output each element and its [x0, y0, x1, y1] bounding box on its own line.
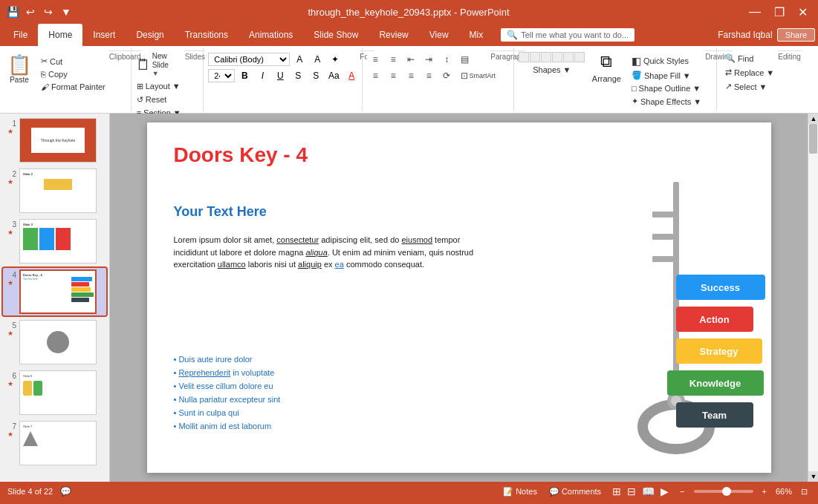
menu-tab-insert[interactable]: Insert	[82, 24, 126, 46]
menu-tab-slideshow[interactable]: Slide Show	[303, 24, 369, 46]
shape-item[interactable]	[530, 52, 540, 62]
quick-styles-button[interactable]: ◧ Quick Styles	[628, 53, 705, 68]
customize-icon[interactable]: ▼	[59, 5, 73, 19]
team-label[interactable]: Team	[676, 402, 753, 428]
shapes-button[interactable]: Shapes ▼	[529, 64, 574, 76]
format-painter-icon: 🖌	[41, 82, 49, 91]
shape-effects-button[interactable]: ✦ Shape Effects ▼	[628, 95, 705, 108]
quick-styles-icon: ◧	[632, 55, 641, 67]
shape-item[interactable]	[563, 52, 574, 62]
numbering-button[interactable]: ≡	[385, 52, 401, 67]
menu-tab-mix[interactable]: Mix	[459, 24, 494, 46]
slide-thumb-3[interactable]: 3 ★ Slide 3	[3, 217, 106, 265]
view-icons: ⊞ ⊟ 📖 ▶	[610, 485, 671, 498]
reset-button[interactable]: ↺ Reset	[133, 94, 171, 106]
slide-thumb-6[interactable]: 6 ★ Slide 6	[3, 369, 106, 416]
close-button[interactable]: ✕	[793, 4, 812, 21]
layout-button[interactable]: ⊞ Layout ▼	[133, 80, 184, 93]
knowledge-label[interactable]: Knowledge	[667, 370, 764, 396]
select-icon: ↗	[725, 82, 732, 91]
reading-view-icon[interactable]: 📖	[640, 485, 657, 498]
scrollbar-track[interactable]	[808, 124, 818, 471]
scroll-up-button[interactable]: ▲	[808, 114, 818, 124]
line-spacing-button[interactable]: ↕	[438, 52, 455, 67]
change-case-button[interactable]: Aa	[325, 68, 342, 83]
minimize-button[interactable]: —	[744, 4, 765, 20]
shape-item[interactable]	[541, 52, 551, 62]
undo-icon[interactable]: ↩	[24, 5, 37, 19]
restore-button[interactable]: ❐	[770, 4, 789, 21]
slide-thumb-7[interactable]: 7 ★ Slide 7	[3, 419, 106, 467]
decrease-font-button[interactable]: A	[291, 52, 308, 67]
slide-thumb-2[interactable]: 2 ★ Slide 2	[3, 167, 106, 215]
slide-thumb-5[interactable]: 5 ★	[3, 318, 106, 366]
select-button[interactable]: ↗ Select ▼	[721, 80, 778, 93]
shape-item[interactable]	[574, 52, 585, 62]
strategy-label[interactable]: Strategy	[676, 338, 762, 364]
action-label[interactable]: Action	[676, 307, 753, 332]
bold-button[interactable]: B	[236, 68, 253, 83]
replace-button[interactable]: ⇄ Replace ▼	[721, 66, 778, 79]
success-label[interactable]: Success	[676, 275, 765, 300]
strikethrough-button[interactable]: S	[290, 68, 306, 83]
normal-view-icon[interactable]: ⊞	[610, 485, 623, 498]
shape-fill-button[interactable]: 🪣 Shape Fill ▼	[628, 69, 705, 82]
slide-preview-4: Doors Key - 4 Your Text Here	[19, 269, 97, 314]
format-painter-button[interactable]: 🖌 Format Painter	[37, 81, 109, 93]
menu-tab-animations[interactable]: Animations	[238, 24, 303, 46]
shape-item[interactable]	[552, 52, 562, 62]
italic-button[interactable]: I	[254, 68, 270, 83]
new-slide-button[interactable]: 🗒 New Slide ▼	[133, 50, 185, 79]
shadow-button[interactable]: S	[308, 68, 324, 83]
clear-format-button[interactable]: ✦	[327, 52, 343, 67]
slide-thumb-1[interactable]: 1 ★ Through the Keyhole	[3, 117, 106, 164]
shape-outline-button[interactable]: □ Shape Outline ▼	[628, 82, 705, 94]
align-center-button[interactable]: ≡	[385, 68, 401, 83]
menu-tab-review[interactable]: Review	[369, 24, 418, 46]
menu-tab-design[interactable]: Design	[126, 24, 174, 46]
comments-button[interactable]: 💬 Comments	[546, 486, 604, 497]
shape-item[interactable]	[519, 52, 529, 62]
fit-to-window-button[interactable]: ⊡	[798, 486, 811, 497]
find-button[interactable]: 🔍 Find	[721, 52, 778, 65]
menu-tab-home[interactable]: Home	[38, 24, 82, 46]
zoom-slider[interactable]	[694, 490, 753, 493]
font-family-select[interactable]: Calibri (Body)	[208, 53, 290, 66]
status-left: Slide 4 of 22 💬	[7, 486, 71, 497]
save-icon[interactable]: 💾	[6, 5, 19, 19]
zoom-in-button[interactable]: +	[759, 486, 770, 497]
increase-indent-button[interactable]: ⇥	[421, 52, 437, 67]
slide-canvas[interactable]: Doors Key - 4 Your Text Here Lorem ipsum…	[147, 122, 771, 473]
align-left-button[interactable]: ≡	[367, 68, 383, 83]
columns-button[interactable]: ▤	[456, 52, 473, 67]
font-size-select[interactable]: 24	[208, 69, 235, 82]
menu-tab-file[interactable]: File	[3, 24, 38, 46]
scrollbar-thumb[interactable]	[809, 124, 817, 154]
align-right-button[interactable]: ≡	[403, 68, 419, 83]
slideshow-icon[interactable]: ▶	[658, 485, 671, 498]
smart-art-button[interactable]: SmartArt	[474, 68, 490, 83]
slide-sorter-icon[interactable]: ⊟	[625, 485, 638, 498]
justify-button[interactable]: ≡	[421, 68, 437, 83]
paste-button[interactable]: 📋 Paste	[3, 52, 36, 87]
text-direction-button[interactable]: ⟳	[438, 68, 455, 83]
menu-tab-transitions[interactable]: Transitions	[175, 24, 238, 46]
increase-font-button[interactable]: A	[309, 52, 325, 67]
bullets-button[interactable]: ≡	[367, 52, 383, 67]
cut-button[interactable]: ✂ Cut	[37, 55, 109, 68]
slide-thumb-4[interactable]: 4 ★ Doors Key - 4 Your Text Here	[3, 268, 106, 315]
underline-button[interactable]: U	[272, 68, 288, 83]
decrease-indent-button[interactable]: ⇤	[403, 52, 419, 67]
notes-button[interactable]: 📝 Notes	[500, 486, 540, 497]
copy-button[interactable]: ⎘ Copy	[37, 68, 109, 80]
redo-icon[interactable]: ↪	[42, 5, 55, 19]
arrange-icon[interactable]: ⧉	[600, 52, 612, 71]
key-illustration: Success Action Strategy Knowledge Team	[593, 167, 756, 464]
share-button[interactable]: Share	[777, 28, 815, 42]
menu-tab-view[interactable]: View	[419, 24, 459, 46]
font-color-button[interactable]: A	[343, 68, 360, 83]
zoom-out-button[interactable]: −	[677, 486, 687, 497]
scroll-down-button[interactable]: ▼	[808, 471, 818, 482]
arrange-button[interactable]: Arrange	[588, 73, 625, 85]
tell-me-field[interactable]: 🔍 Tell me what you want to do...	[501, 28, 634, 42]
